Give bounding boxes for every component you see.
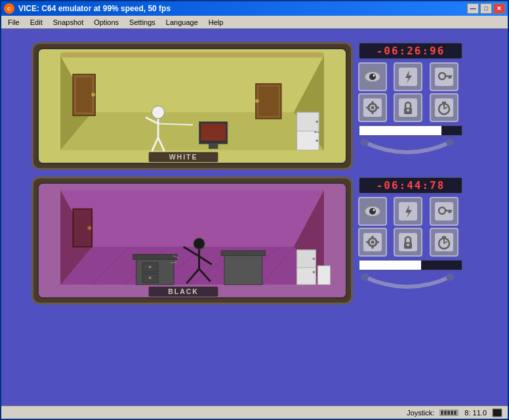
gear-icon-2 [363,233,382,251]
svg-rect-41 [372,112,374,114]
svg-point-73 [149,276,152,279]
title-bar: C VICE: C64 emulator at 99% speed, 50 fp… [1,1,508,16]
top-buttons-grid [358,62,463,122]
bottom-cable [358,274,457,297]
svg-point-10 [255,99,259,103]
top-progress-fill [359,126,441,135]
bottom-game-panel: BLACK -06:44:78 [31,177,478,304]
svg-point-81 [193,238,205,249]
svg-rect-105 [372,246,374,249]
close-button[interactable]: ✕ [493,3,505,14]
svg-rect-12 [201,123,225,140]
bottom-btn-gear[interactable] [358,228,387,257]
svg-rect-4 [60,52,324,58]
svg-rect-13 [209,144,218,149]
joystick-label: Joystick: [407,409,434,417]
eye-icon [363,68,382,86]
main-window: C VICE: C64 emulator at 99% speed, 50 fp… [0,0,509,420]
joystick-indicator-icon [439,408,459,417]
bottom-game-scene: BLACK [39,184,346,297]
lock-icon [399,98,417,117]
svg-point-46 [407,109,409,112]
bottom-btn-eye[interactable] [358,197,387,226]
top-btn-gear[interactable] [358,93,387,122]
svg-rect-120 [441,411,443,415]
svg-rect-9 [258,87,279,116]
svg-rect-123 [451,411,453,415]
version-display: 8: 11.0 [464,409,487,417]
menu-snapshot[interactable]: Snapshot [48,17,89,28]
menu-help[interactable]: Help [203,17,229,28]
bottom-buttons-grid [358,197,463,257]
minimize-button[interactable]: — [467,3,479,14]
emulator-screen: ← WHITE -06:26:96 [1,29,508,406]
top-timer: -06:26:96 [358,42,463,60]
svg-point-92 [369,208,376,215]
svg-rect-80 [317,266,330,285]
bottom-btn-lock[interactable] [394,228,422,257]
svg-rect-40 [372,101,374,104]
maximize-button[interactable]: □ [480,3,492,14]
menu-file[interactable]: File [3,17,25,28]
top-btn-key[interactable] [430,62,458,91]
svg-point-29 [373,75,375,77]
menu-edit[interactable]: Edit [25,17,48,28]
bottom-progress-fill [359,261,421,270]
bottom-side-panel: -06:44:78 [358,177,463,304]
svg-point-22 [316,121,318,123]
svg-rect-69 [133,255,177,260]
svg-point-93 [373,209,375,211]
svg-point-72 [149,266,152,268]
window-title: VICE: C64 emulator at 99% speed, 50 fps [18,4,467,13]
svg-rect-125 [493,409,502,417]
key-icon-2 [435,202,453,220]
gear-icon [363,98,382,117]
status-bar: Joystick: 8: 11.0 [1,406,508,419]
bottom-btn-key[interactable] [430,197,458,226]
svg-rect-6 [76,77,92,112]
svg-rect-43 [377,107,379,109]
svg-rect-75 [221,251,265,256]
stopwatch-icon-2 [435,233,453,251]
svg-point-67 [87,226,91,230]
top-screen: ← WHITE [31,42,353,170]
menu-settings[interactable]: Settings [124,17,161,28]
svg-point-79 [313,271,316,274]
window-controls: — □ ✕ [467,3,505,14]
bottom-timer: -06:44:78 [358,177,463,194]
svg-point-110 [407,243,409,246]
eye-icon-2 [363,202,382,220]
menu-language[interactable]: Language [161,17,203,28]
bottom-progress-bar [358,259,463,271]
top-btn-lightning[interactable] [394,62,422,91]
top-game-panel: ← WHITE -06:26:96 [31,42,478,170]
svg-rect-74 [224,253,262,285]
svg-marker-0 [60,112,324,150]
top-cable [358,139,457,162]
menu-options[interactable]: Options [89,17,124,28]
top-side-panel: -06:26:96 [358,42,463,170]
svg-point-78 [313,257,316,260]
svg-rect-107 [377,242,379,243]
svg-point-14 [152,106,164,119]
lightning-icon [399,68,417,86]
lock-icon-2 [399,233,417,251]
svg-point-103 [371,241,375,244]
key-icon [435,68,453,86]
svg-marker-65 [60,190,324,247]
top-btn-eye[interactable] [358,62,387,91]
svg-rect-124 [454,411,457,415]
top-btn-timer[interactable] [430,93,458,122]
top-btn-lock[interactable] [394,93,422,122]
svg-text:←: ← [313,127,321,136]
svg-text:BLACK: BLACK [168,287,199,295]
bottom-btn-timer[interactable] [430,228,458,257]
black-box-icon [492,408,502,417]
svg-point-28 [369,74,376,80]
svg-rect-121 [444,411,447,415]
stopwatch-icon [435,98,453,117]
top-progress-bar [358,125,463,136]
bottom-btn-lightning[interactable] [394,197,422,226]
top-screen-inner: ← WHITE [37,48,347,164]
svg-rect-122 [447,411,450,415]
